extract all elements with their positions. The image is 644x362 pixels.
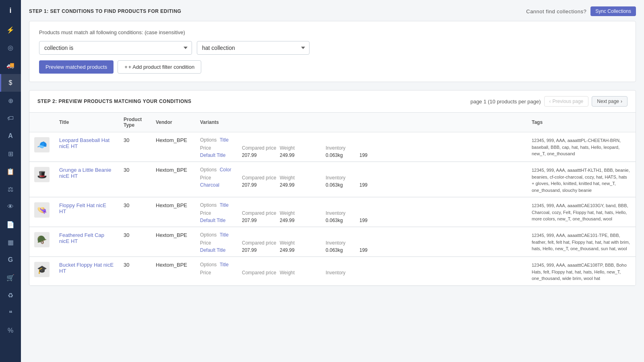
- product-type-cell: 30: [119, 132, 151, 162]
- variants-cell: Options Title Price Compared price Weigh…: [195, 227, 527, 257]
- condition-type-select[interactable]: collection is: [39, 41, 192, 55]
- tags-cell: 12345, 999, AAA, aaaatttCAE101-TPE, BBB,…: [527, 227, 636, 257]
- dollar-icon: $: [9, 79, 12, 86]
- variants-cell: Options Color Price Compared price Weigh…: [195, 162, 527, 197]
- products-table: Title Product Type Vendor Variants Tags …: [29, 113, 636, 286]
- option-name-link[interactable]: Title: [220, 202, 229, 208]
- sidebar-item-barcode[interactable]: ▦: [0, 233, 21, 251]
- product-type-cell: 30: [119, 197, 151, 227]
- doc-icon: 📄: [6, 221, 14, 228]
- product-title-link[interactable]: Leopard Baseball Hat nicE HT: [59, 137, 109, 149]
- product-image: 🧢: [34, 137, 50, 152]
- sidebar-item-grid[interactable]: ⊞: [0, 145, 21, 162]
- option-name-link[interactable]: Color: [220, 167, 231, 173]
- condition-value-select[interactable]: hat collection: [197, 41, 310, 55]
- table-header-row: Title Product Type Vendor Variants Tags: [29, 113, 636, 132]
- tags-cell: 12345, 999, AAA, aaaatttPL-CHEETAH-BRN, …: [527, 132, 636, 162]
- cannot-find-label: Cannot find collections?: [526, 8, 586, 14]
- option-name-link[interactable]: Title: [220, 137, 229, 143]
- main-content: STEP 1: SET CONDITIONS TO FIND PRODUCTS …: [21, 0, 644, 362]
- sidebar-item-g[interactable]: G: [0, 251, 21, 269]
- option-name-link[interactable]: Title: [220, 232, 229, 238]
- variant-sub-headers: Price Compared price Weight Inventory: [200, 145, 522, 151]
- variant-sub-headers: Price Compared price Weight Inventory: [200, 240, 522, 246]
- sidebar-item-truck[interactable]: 🚚: [0, 56, 21, 74]
- variants-cell: Options Title Price Compared price Weigh…: [195, 197, 527, 227]
- sidebar-item-list[interactable]: 📋: [0, 162, 21, 180]
- variant-title-link[interactable]: Default Title: [200, 247, 240, 253]
- table-row: 🪖 Feathered Felt Cap nicE HT 30 Hextom_B…: [29, 227, 636, 257]
- variant-value-row: Default Title 207.99 249.99 0.063kg 199: [200, 152, 522, 158]
- sidebar-item-quote[interactable]: ❝: [0, 304, 21, 322]
- preview-matched-products-button[interactable]: Preview matched products: [39, 60, 114, 74]
- condition-box: Products must match all following condit…: [29, 21, 636, 82]
- sync-collections-button[interactable]: Sync Collections: [590, 6, 636, 16]
- sidebar-item-dollar[interactable]: $: [0, 74, 21, 92]
- flash-icon: ⚡: [6, 26, 14, 34]
- grid-icon: ⊞: [8, 150, 13, 158]
- target-icon: ◎: [8, 44, 13, 51]
- product-image: 👒: [34, 202, 50, 218]
- table-row: 🎓 Bucket Floppy Hat nicE HT 30 Hextom_BP…: [29, 257, 636, 285]
- sidebar-item-flash[interactable]: ⚡: [0, 21, 21, 39]
- vendor-cell: Hextom_BPE: [151, 132, 195, 162]
- font-icon: A: [8, 132, 13, 140]
- variant-sub-headers: Price Compared price Weight Inventory: [200, 210, 522, 216]
- options-header-row: Options Title: [200, 232, 522, 238]
- variant-sub-headers: Price Compared price Weight Inventory: [200, 175, 522, 181]
- product-title-link[interactable]: Bucket Floppy Hat nicE HT: [59, 262, 114, 274]
- product-title-link[interactable]: Grunge a Little Beanie nicE HT: [59, 167, 111, 179]
- logo[interactable]: i: [0, 0, 21, 21]
- vendor-cell: Hextom_BPE: [151, 197, 195, 227]
- preview-section: STEP 2: PREVIEW PRODUCTS MATCHING YOUR C…: [29, 90, 636, 286]
- col-tags: Tags: [527, 113, 636, 132]
- logo-icon: i: [9, 6, 11, 15]
- sidebar-item-tag[interactable]: 🏷: [0, 109, 21, 127]
- quote-icon: ❝: [9, 309, 12, 317]
- condition-label: Products must match all following condit…: [39, 29, 626, 35]
- product-image: 🪖: [34, 232, 50, 247]
- col-vendor: Vendor: [151, 113, 195, 132]
- vendor-cell: Hextom_BPE: [151, 227, 195, 257]
- previous-page-button[interactable]: ‹ Previous page: [544, 96, 589, 107]
- sidebar-item-target[interactable]: ◎: [0, 39, 21, 56]
- options-header-row: Options Title: [200, 262, 522, 267]
- variant-title-link[interactable]: Default Title: [200, 152, 240, 158]
- vendor-cell: Hextom_BPE: [151, 257, 195, 285]
- table-row: 🎩 Grunge a Little Beanie nicE HT 30 Hext…: [29, 162, 636, 197]
- truck-icon: 🚚: [6, 62, 14, 69]
- variant-title-link[interactable]: Default Title: [200, 218, 240, 223]
- step1-header: STEP 1: SET CONDITIONS TO FIND PRODUCTS …: [29, 6, 636, 16]
- list-icon: 📋: [6, 168, 14, 175]
- sidebar-item-percent[interactable]: %: [0, 322, 21, 339]
- variant-title-link[interactable]: Charcoal: [200, 182, 240, 188]
- sidebar-item-doc[interactable]: 📄: [0, 216, 21, 233]
- options-header-row: Options Title: [200, 202, 522, 208]
- vendor-cell: Hextom_BPE: [151, 162, 195, 197]
- chevron-left-icon: ‹: [549, 99, 551, 104]
- variant-sub-headers: Price Compared price Weight Inventory: [200, 270, 522, 276]
- col-img: [29, 113, 54, 132]
- next-page-button[interactable]: Next page ›: [592, 96, 627, 107]
- product-type-cell: 30: [119, 257, 151, 285]
- options-header-row: Options Color: [200, 167, 522, 173]
- sidebar-item-cart[interactable]: 🛒: [0, 269, 21, 286]
- sidebar-item-scale[interactable]: ⚖: [0, 180, 21, 198]
- eye-icon: 👁: [7, 203, 14, 210]
- variant-value-row: Default Title 207.99 249.99 0.063kg 199: [200, 247, 522, 253]
- sync2-icon: ♻: [8, 292, 13, 299]
- tags-cell: 12345, 999, AAA, aaaatttHT-KLTH1, BBB, b…: [527, 162, 636, 197]
- option-name-link[interactable]: Title: [220, 262, 229, 267]
- add-filter-condition-button[interactable]: + + Add product filter condition: [118, 60, 201, 74]
- product-title-link[interactable]: Floppy Felt Hat nicE HT: [59, 202, 106, 214]
- sidebar-item-sync[interactable]: ♻: [0, 286, 21, 304]
- variant-value-row: Charcoal 207.99 249.99 0.063kg 199: [200, 182, 522, 188]
- sidebar-item-discount[interactable]: ⊕: [0, 92, 21, 109]
- tags-cell: 12345, 999, AAA, aaaatttCAE108TP, BBB, B…: [527, 257, 636, 285]
- col-variants: Variants: [195, 113, 527, 132]
- variants-cell: Options Title Price Compared price Weigh…: [195, 132, 527, 162]
- sidebar-item-font[interactable]: A: [0, 127, 21, 145]
- variants-cell: Options Title Price Compared price Weigh…: [195, 257, 527, 285]
- sidebar-item-eye[interactable]: 👁: [0, 198, 21, 216]
- product-title-link[interactable]: Feathered Felt Cap nicE HT: [59, 232, 104, 244]
